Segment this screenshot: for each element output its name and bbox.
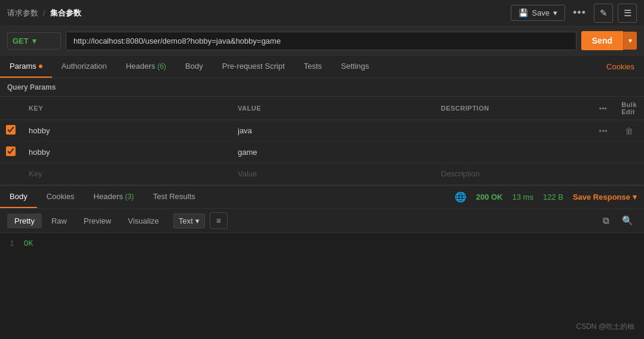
format-tab-raw[interactable]: Raw (44, 213, 74, 228)
format-preview-label: Preview (84, 216, 111, 225)
line-numbers: 1 (10, 239, 14, 248)
row2-value-input[interactable] (231, 142, 434, 163)
edit-icon-button[interactable]: ✎ (594, 4, 613, 23)
send-button[interactable]: Send (581, 31, 623, 50)
save-response-chevron-icon: ▾ (633, 193, 637, 201)
method-label: GET (13, 36, 29, 45)
request-tabs-bar: Params Authorization Headers (6) Body Pr… (0, 56, 644, 78)
row1-value-input[interactable] (231, 120, 434, 141)
response-tab-cookies-label: Cookies (47, 192, 75, 201)
params-dot (39, 65, 42, 68)
empty-value-input[interactable] (231, 163, 434, 184)
url-bar: GET ▾ Send ▾ (0, 26, 644, 56)
tab-params[interactable]: Params (0, 56, 52, 78)
format-visualize-label: Visualize (128, 216, 159, 225)
tab-tests[interactable]: Tests (295, 56, 332, 78)
search-icon-button[interactable]: 🔍 (618, 212, 637, 229)
row2-desc-input[interactable] (434, 142, 592, 163)
query-params-section-title: Query Params (0, 78, 644, 97)
row2-delete-button[interactable] (614, 142, 644, 163)
format-pretty-label: Pretty (14, 216, 35, 225)
headers-badge: (6) (157, 62, 166, 71)
tab-authorization[interactable]: Authorization (52, 56, 116, 78)
tab-params-label: Params (10, 62, 36, 71)
bulk-edit-button[interactable]: Bulk Edit (614, 97, 644, 120)
response-tabs-bar: Body Cookies Headers (3) Test Results 🌐 … (0, 186, 644, 209)
watermark: CSDN @吃土的柚 (576, 322, 634, 332)
response-tab-testresults-label: Test Results (153, 192, 195, 201)
row1-key-input[interactable] (22, 120, 231, 141)
globe-icon: 🌐 (455, 191, 467, 203)
save-response-button[interactable]: Save Response ▾ (573, 193, 637, 201)
breadcrumb: 请求参数 / 集合参数 (7, 8, 81, 19)
format-tab-visualize[interactable]: Visualize (121, 213, 166, 228)
send-chevron-button[interactable]: ▾ (623, 32, 637, 50)
type-select[interactable]: Text ▾ (173, 213, 205, 228)
row1-key-cell[interactable] (22, 120, 231, 142)
row1-dots: ••• (592, 120, 614, 142)
header-actions: 💾 Save ▾ ••• ✎ ☰ (511, 4, 637, 23)
chat-icon: ☰ (624, 8, 631, 19)
row1-checkbox[interactable] (6, 125, 16, 135)
row1-value-cell[interactable] (231, 120, 434, 142)
row2-value-cell[interactable] (231, 142, 434, 163)
url-input[interactable] (66, 32, 576, 50)
col-checkbox (0, 97, 22, 120)
response-headers-badge: (3) (125, 193, 134, 201)
col-description: DESCRIPTION (434, 97, 592, 120)
empty-key-cell[interactable] (22, 163, 231, 185)
tab-body[interactable]: Body (176, 56, 213, 78)
type-label: Text (179, 216, 193, 225)
method-chevron-icon: ▾ (32, 36, 36, 45)
format-tab-pretty[interactable]: Pretty (7, 213, 42, 228)
tab-headers-label: Headers (6) (126, 62, 166, 71)
response-tab-test-results[interactable]: Test Results (143, 186, 205, 208)
response-code-content: OK (24, 239, 33, 248)
empty-value-cell[interactable] (231, 163, 434, 185)
empty-desc-input[interactable] (434, 163, 592, 184)
method-select[interactable]: GET ▾ (7, 32, 61, 50)
row2-checkbox[interactable] (6, 146, 16, 156)
response-tab-body[interactable]: Body (0, 186, 37, 208)
tab-settings[interactable]: Settings (332, 56, 379, 78)
col-value: VALUE (231, 97, 434, 120)
top-header: 请求参数 / 集合参数 💾 Save ▾ ••• ✎ ☰ (0, 0, 644, 26)
save-button[interactable]: 💾 Save ▾ (511, 5, 565, 21)
empty-desc-cell[interactable] (434, 163, 592, 185)
table-row (0, 142, 644, 163)
row1-delete-button[interactable]: 🗑 (614, 120, 644, 142)
response-tab-headers[interactable]: Headers (3) (84, 186, 143, 208)
row2-checkbox-cell[interactable] (0, 142, 22, 163)
tab-headers[interactable]: Headers (6) (116, 56, 176, 78)
response-tab-headers-label: Headers (3) (94, 192, 134, 201)
empty-key-input[interactable] (22, 163, 231, 184)
row2-key-input[interactable] (22, 142, 231, 163)
response-meta: 🌐 200 OK 13 ms 122 B Save Response ▾ (455, 191, 644, 203)
more-options-button[interactable]: ••• (570, 4, 589, 23)
breadcrumb-active: 集合参数 (50, 8, 81, 19)
tab-prerequest[interactable]: Pre-request Script (213, 56, 295, 78)
filter-icon-button[interactable]: ≡ (210, 212, 228, 229)
col-dots: ••• (592, 97, 614, 120)
row1-checkbox-cell[interactable] (0, 120, 22, 142)
response-body-toolbar: Pretty Raw Preview Visualize Text ▾ ≡ ⧉ … (0, 209, 644, 233)
chat-icon-button[interactable]: ☰ (618, 4, 637, 23)
col-key: KEY (22, 97, 231, 120)
row2-desc-cell[interactable] (434, 142, 592, 163)
format-tab-preview[interactable]: Preview (76, 213, 118, 228)
save-chevron-icon: ▾ (553, 8, 557, 17)
cookies-link[interactable]: Cookies (597, 56, 644, 77)
response-status: 200 OK (476, 193, 503, 201)
row2-key-cell[interactable] (22, 142, 231, 163)
copy-icon-button[interactable]: ⧉ (596, 212, 615, 229)
response-tab-cookies[interactable]: Cookies (37, 186, 84, 208)
row1-desc-input[interactable] (434, 120, 592, 141)
search-icon: 🔍 (622, 215, 633, 226)
row1-desc-cell[interactable] (434, 120, 592, 142)
type-chevron-icon: ▾ (195, 216, 200, 225)
breadcrumb-parent: 请求参数 (7, 8, 38, 19)
save-response-label: Save Response (573, 193, 630, 201)
copy-icon: ⧉ (603, 215, 609, 226)
tab-prerequest-label: Pre-request Script (222, 62, 285, 71)
response-ok-text: OK (24, 239, 33, 248)
